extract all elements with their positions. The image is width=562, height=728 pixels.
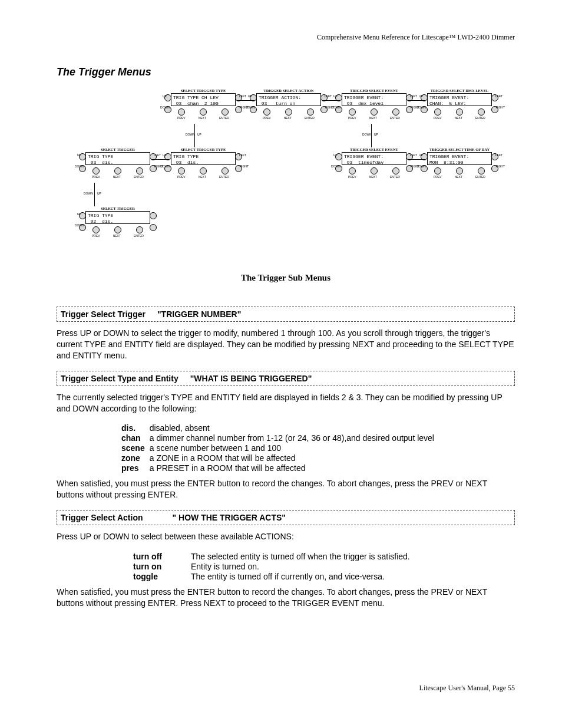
menu-box-select-trigger-92: SELECT TRIGGER UP DOWN TRIG TYPE 92 dis.… [85,206,150,238]
menu-box-trigger-action: TRIGGER SELECT ACTION UP DOWN LEFT RIGHT… [256,88,321,120]
page-footer: Litescape User's Manual, Page 55 [419,684,515,693]
menu-box-select-trigger-type-1: SELECT TRIGGER TYPE UP DOWN LEFT RIGHT T… [171,88,236,120]
action-definitions: turn offThe selected entity is turned of… [133,552,415,582]
menu-box-trigger-event-timeofday: TRIGGER SELECT EVENT UP DOWN LEFT RIGHT … [342,147,406,179]
sub-menu-title: The Trigger Sub Menus [57,273,515,283]
type-entity-definitions: dis.disabled, absent chana dimmer channe… [121,423,439,473]
heading-trigger-select-type: Trigger Select Type and Entity"WHAT IS B… [57,371,515,386]
para-trigger-select-trigger: Press UP or DOWN to select the trigger t… [57,328,515,361]
section-title: The Trigger Menus [57,66,515,78]
menu-diagram: SELECT TRIGGER TYPE UP DOWN LEFT RIGHT T… [77,88,513,253]
menu-box-time-of-day: TRIGGER SELECT TIME OF DAY UP DOWN LEFT … [427,147,492,179]
para-trigger-select-type: The currently selected trigger's TYPE an… [57,392,515,414]
para-trigger-select-action: Press UP or DOWN to select between these… [57,531,515,542]
menu-box-select-trigger-93: SELECT TRIGGER UP DOWN LEFT RIGHT TRIG T… [85,147,150,179]
heading-trigger-select-action: Trigger Select Action" HOW THE TRIGGER A… [57,510,515,525]
menu-box-trigger-event-dmx: TRIGGER SELECT EVENT UP DOWN LEFT RIGHT … [342,88,406,120]
heading-trigger-select-trigger: Trigger Select Trigger"TRIGGER NUMBER" [57,307,515,322]
menu-box-dmx-level: TRIGGER SELECT DMX LEVEL UP DOWN LEFT RI… [427,88,492,120]
running-header: Comprehensive Menu Reference for Litesca… [317,33,515,42]
para-enter-to-record-2: When satisfied, you must press the ENTER… [57,587,515,609]
menu-box-select-trigger-type-2: SELECT TRIGGER TYPE UP DOWN LEFT RIGHT T… [171,147,236,179]
para-enter-to-record-1: When satisfied, you must press the ENTER… [57,478,515,500]
